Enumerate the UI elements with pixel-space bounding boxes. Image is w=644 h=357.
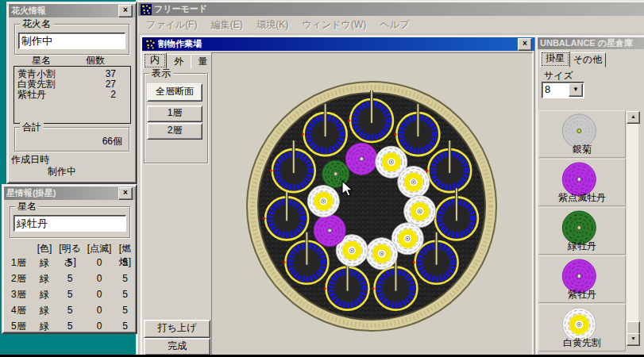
layer-blink: 0 (84, 255, 114, 271)
display-group-label: 表示 (149, 67, 173, 79)
menu-environment[interactable]: 環境(K) (256, 18, 288, 32)
warehouse-item-紫点滅牡丹[interactable]: 紫点滅牡丹 (538, 159, 626, 206)
scroll-down-icon[interactable]: ▼ (627, 333, 640, 346)
fireworks-name-groupbox: 花火名 制作中 (14, 24, 129, 55)
layer-color: 緑 (33, 255, 56, 271)
menu-help[interactable]: ヘルプ (380, 18, 410, 32)
placed-star-white[interactable] (398, 167, 430, 198)
layer-brightness: 5 (56, 318, 84, 334)
layer-brightness: 5 (56, 286, 84, 302)
star-count: 2 (79, 90, 127, 100)
star-count-row[interactable]: 紫牡丹 2 (14, 90, 130, 100)
layer-burn: 5 (114, 318, 136, 334)
layer-row: 4層 緑 5 0 5 (3, 302, 136, 318)
tab-other[interactable]: その他 (569, 52, 606, 67)
layer-row: 3層 緑 5 0 5 (3, 286, 136, 302)
layer-brightness: 5 (56, 255, 84, 271)
fireworks-info-close-button[interactable]: × (118, 5, 133, 17)
workshop-titlebar[interactable]: 割物作業場 × (142, 37, 534, 51)
layer-row: 5層 緑 5 0 5 (3, 318, 136, 334)
layer-label: 1層 (3, 255, 33, 271)
layer-label: 4層 (3, 302, 33, 318)
star-info-close-button[interactable]: × (118, 187, 133, 200)
placed-star-white[interactable] (307, 186, 339, 217)
total-groupbox: 合計 66個 (14, 127, 129, 152)
tab-inner[interactable]: 内 (143, 52, 167, 69)
workshop-window-title: 割物作業場 (158, 38, 515, 50)
star-name: 紫牡丹 (17, 90, 79, 100)
view-layer2-button[interactable]: 2層 (147, 123, 202, 140)
star-count-listbox[interactable]: 黄青小割 37白黄先割 27紫牡丹 2 (13, 66, 131, 124)
total-group-label: 合計 (20, 121, 44, 132)
layer-table-body: 1層 緑 5 0 52層 緑 5 0 53層 緑 5 0 54層 緑 5 0 5… (3, 255, 136, 334)
created-label: 作成日時 (11, 153, 49, 167)
star-name-groupbox: 星名 緑牡丹 (10, 206, 130, 238)
warehouse-titlebar[interactable]: UNBALANCE の星倉庫 (538, 37, 644, 49)
shell-diagram (212, 53, 532, 355)
main-titlebar[interactable]: フリーモード (138, 2, 644, 16)
layer-brightness: 5 (56, 302, 84, 318)
warehouse-item-緑牡丹[interactable]: 緑牡丹 (538, 207, 626, 255)
size-value: 8 (545, 83, 550, 95)
scroll-up-icon[interactable]: ▲ (627, 111, 640, 124)
layer-row: 1層 緑 5 0 5 (3, 255, 136, 271)
size-combobox[interactable]: 8 ▼ (542, 82, 584, 98)
fireworks-info-titlebar[interactable]: 花火情報 × (9, 4, 135, 17)
menu-edit[interactable]: 編集(E) (211, 18, 243, 32)
view-all-layers-button[interactable]: 全層断面 (147, 83, 202, 102)
fireworks-name-group-label: 花火名 (20, 18, 53, 29)
finish-button[interactable]: 完成 (144, 338, 210, 355)
warehouse-item-label: 紫点滅牡丹 (539, 191, 625, 205)
placed-star-white[interactable] (366, 238, 398, 270)
warehouse-item-label: 白黄先割 (539, 336, 625, 350)
layer-blink: 0 (84, 302, 114, 318)
fireworks-name-field[interactable]: 制作中 (18, 33, 125, 49)
menu-window[interactable]: ウィンドウ(W) (302, 18, 366, 32)
star-name-group-label: 星名 (15, 201, 39, 212)
warehouse-title: UNBALANCE の星倉庫 (540, 37, 644, 49)
layer-blink: 0 (84, 271, 114, 286)
app-icon (141, 4, 152, 15)
star-info-window: 星情報(掛星) × 星名 緑牡丹 [色] [明るさ] [点滅] [燃焼] 1層 … (2, 184, 137, 334)
star-count: 27 (79, 79, 127, 90)
placed-star-purple[interactable] (314, 215, 345, 247)
layer-color: 緑 (33, 286, 56, 302)
warehouse-item-銀菊[interactable]: 銀菊 (538, 110, 626, 158)
layer-color: 緑 (33, 271, 56, 286)
star-info-titlebar[interactable]: 星情報(掛星) × (4, 186, 135, 200)
workshop-window: 割物作業場 × 内 外 量 表示 全層断面 1層 2層 打ち上げ 完成 (140, 35, 537, 357)
tab-kakeboshi[interactable]: 掛星 (540, 51, 570, 67)
layer-burn: 5 (114, 255, 136, 271)
launch-button[interactable]: 打ち上げ (144, 320, 210, 338)
star-name-field[interactable]: 緑牡丹 (13, 215, 126, 232)
layer-label: 5層 (3, 318, 33, 334)
layer-label: 3層 (3, 286, 33, 302)
created-value: 制作中 (48, 165, 76, 178)
warehouse-item-label: 紫牡丹 (539, 288, 625, 301)
layer-burn: 5 (114, 271, 136, 286)
menu-file[interactable]: ファイル(F) (146, 18, 197, 32)
star-list-scrollbar[interactable]: ▲ ▼ (627, 111, 638, 346)
placed-star-purple[interactable] (345, 143, 377, 175)
layer-color: 緑 (33, 302, 56, 318)
layer-row: 2層 緑 5 0 5 (3, 271, 136, 286)
warehouse-item-白黄先割[interactable]: 白黄先割 (538, 304, 626, 351)
shell-cross-section-canvas[interactable] (211, 52, 533, 355)
star-info-title: 星情報(掛星) (6, 187, 116, 199)
view-layer1-button[interactable]: 1層 (147, 106, 202, 122)
layer-burn: 5 (114, 302, 136, 318)
workshop-close-button[interactable]: × (518, 38, 532, 51)
size-combo-arrow-icon[interactable]: ▼ (569, 83, 583, 97)
layer-blink: 0 (84, 318, 114, 334)
fireworks-info-window: 花火情報 × 花火名 制作中 星名 個数 黄青小割 37白黄先割 27紫牡丹 2… (6, 2, 137, 184)
layer-label: 2層 (3, 271, 33, 286)
warehouse-item-label: 銀菊 (539, 143, 625, 156)
menubar: ファイル(F) 編集(E) 環境(K) ウィンドウ(W) ヘルプ (137, 17, 644, 33)
size-label: サイズ (544, 69, 573, 83)
total-value: 66個 (102, 135, 122, 148)
layer-burn: 5 (114, 286, 136, 302)
warehouse-window: UNBALANCE の星倉庫 掛星 その他 サイズ 8 ▼ 銀菊 紫点滅牡丹 緑… (535, 35, 644, 357)
warehouse-item-紫牡丹[interactable]: 紫牡丹 (538, 255, 626, 303)
fireworks-info-title: 花火情報 (11, 5, 116, 17)
warehouse-item-label: 緑牡丹 (539, 240, 625, 253)
